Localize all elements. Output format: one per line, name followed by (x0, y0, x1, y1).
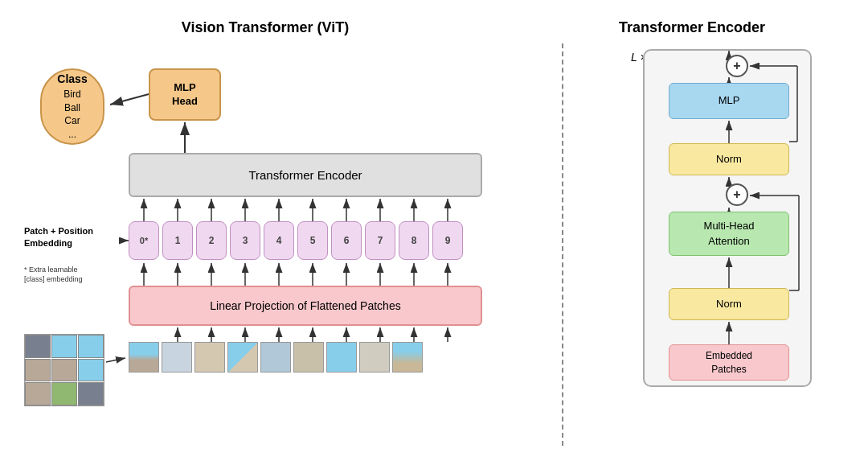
patch-image (359, 342, 390, 373)
linear-proj-label: Linear Projection of Flattened Patches (210, 299, 400, 312)
enc-patches-block: Embedded Patches (669, 344, 789, 381)
patch-token-7: 7 (365, 221, 395, 260)
class-ellipsis: ... (68, 128, 76, 142)
patch-token-8: 8 (399, 221, 429, 260)
patch-image (227, 342, 258, 373)
enc-plus-top: + (726, 55, 748, 77)
enc-mlp-label: MLP (719, 93, 740, 108)
vit-section: Vision Transformer (ViT) (24, 19, 506, 438)
enc-mha-block: Multi-Head Attention (669, 212, 789, 256)
img-cell (25, 359, 51, 382)
encoder-outer-box: MLP + Norm + Multi-Head Attention Norm (643, 49, 812, 387)
enc-patches-label: Embedded Patches (706, 349, 752, 377)
img-cell (78, 359, 104, 382)
img-cell (78, 335, 104, 358)
img-cell (51, 335, 77, 358)
enc-norm1-block: Norm (669, 143, 789, 175)
class-label: Class (57, 72, 87, 88)
mlp-head-box: MLP Head (149, 68, 221, 121)
patch-token-1: 1 (162, 221, 193, 260)
extra-label: * Extra learnable[class] embedding (24, 266, 117, 284)
patch-image (260, 342, 291, 373)
img-cell (51, 382, 77, 406)
img-cell (51, 359, 77, 382)
patch-token-9: 9 (432, 221, 463, 260)
patch-images-row (129, 342, 423, 373)
linear-proj-box: Linear Projection of Flattened Patches (129, 286, 482, 326)
patch-token-4: 4 (264, 221, 294, 260)
patch-token-0: 0* (129, 221, 159, 260)
patch-token-5: 5 (297, 221, 328, 260)
patch-image (162, 342, 192, 373)
mlp-head-label: MLP Head (172, 81, 198, 109)
patch-embeddings-row: 0* 1 2 3 4 5 6 7 8 9 (129, 221, 463, 260)
class-car: Car (64, 114, 80, 128)
patch-position-label: Patch + PositionEmbedding (24, 225, 117, 250)
patch-image (194, 342, 225, 373)
class-bird: Bird (63, 88, 80, 101)
encoder-title: Transformer Encoder (619, 19, 844, 36)
encoder-section: Transformer Encoder L × (619, 19, 844, 438)
img-cell (25, 335, 51, 358)
enc-norm2-block: Norm (669, 288, 789, 320)
class-ball: Ball (64, 101, 80, 115)
enc-mha-label: Multi-Head Attention (704, 219, 755, 248)
transformer-encoder-box: Transformer Encoder (129, 153, 482, 197)
class-box: Class Bird Ball Car ... (40, 68, 104, 145)
img-cell (25, 382, 51, 406)
patch-image (129, 342, 159, 373)
transformer-encoder-label: Transformer Encoder (248, 168, 362, 182)
svg-line-32 (106, 358, 125, 362)
enc-plus-mid: + (726, 183, 748, 206)
original-image-grid (24, 334, 104, 406)
patch-image (293, 342, 324, 373)
img-cell (78, 382, 104, 406)
patch-image (326, 342, 357, 373)
vit-title: Vision Transformer (ViT) (24, 19, 506, 36)
enc-norm2-label: Norm (716, 297, 742, 311)
section-divider (562, 43, 563, 446)
patch-token-6: 6 (331, 221, 362, 260)
svg-line-1 (110, 94, 149, 105)
patch-token-2: 2 (196, 221, 227, 260)
enc-mlp-block: MLP (669, 83, 789, 119)
patch-token-3: 3 (230, 221, 260, 260)
enc-norm1-label: Norm (716, 152, 742, 167)
patch-image (392, 342, 423, 373)
